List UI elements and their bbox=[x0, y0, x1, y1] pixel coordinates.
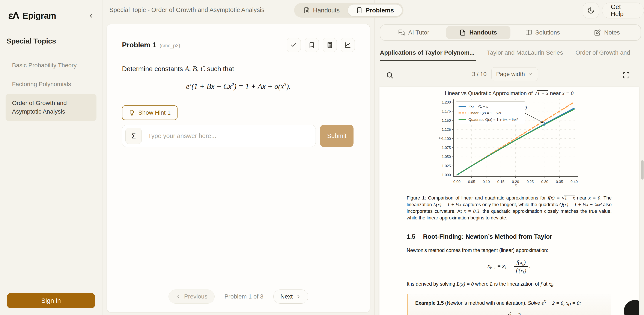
caption-math-run: x = 0 bbox=[588, 195, 600, 201]
doc-tab-taylor-applications[interactable]: Applications of Taylor Polynom... bbox=[380, 44, 474, 61]
pdf-fullscreen-button[interactable] bbox=[621, 70, 632, 81]
caption-text-run: captures only the tangent, while the qua… bbox=[462, 202, 559, 207]
bookmark-button[interactable] bbox=[305, 38, 319, 52]
caption-text-run: near bbox=[575, 195, 588, 201]
chevron-right-icon bbox=[296, 294, 301, 299]
caption-math-run: f(x) = bbox=[548, 195, 562, 201]
tab-handouts[interactable]: Handouts bbox=[446, 26, 511, 39]
problem-card-header: Problem 1 (cmc_p2) bbox=[122, 38, 355, 52]
problem-equation: ex(1 + Bx + Cx2) = 1 + Ax + o(x3). bbox=[122, 82, 355, 91]
sidebar: εΛ Epigram Special Topics Basic Probabil… bbox=[0, 0, 102, 315]
svg-text:0.35: 0.35 bbox=[556, 180, 563, 184]
tab-notes-label: Notes bbox=[604, 29, 620, 36]
open-book-icon bbox=[526, 29, 532, 36]
calculator-icon bbox=[326, 42, 333, 48]
zoom-mode-select[interactable]: Page width bbox=[491, 67, 538, 81]
answer-input[interactable] bbox=[122, 125, 316, 147]
figure-1-chart: Linear vs Quadratic Approximation of √1 … bbox=[437, 90, 581, 189]
sidebar-item-factoring-polynomials[interactable]: Factoring Polynomials bbox=[6, 75, 96, 94]
tab-problems-mode[interactable]: Problems bbox=[348, 4, 402, 16]
svg-text:1.050: 1.050 bbox=[442, 155, 451, 159]
caption-math-run: x = 0.3 bbox=[464, 209, 479, 214]
tab-handouts-mode[interactable]: Handouts bbox=[296, 4, 348, 16]
file-text-icon bbox=[304, 7, 310, 13]
statement-text: such that bbox=[205, 65, 234, 73]
panel-scrollbar-thumb[interactable] bbox=[641, 160, 644, 180]
card-spacer bbox=[122, 147, 355, 290]
svg-text:x: x bbox=[515, 183, 517, 187]
svg-text:y: y bbox=[437, 137, 442, 139]
section-heading: 1.5 Root-Finding: Newton’s Method from T… bbox=[407, 233, 612, 240]
svg-text:1.100: 1.100 bbox=[442, 137, 451, 141]
calculator-button[interactable] bbox=[323, 38, 337, 52]
doc-tab-taylor-maclaurin[interactable]: Taylor and MacLaurin Series bbox=[487, 44, 563, 61]
pdf-body: Figure 1: Comparison of linear and quadr… bbox=[380, 195, 639, 315]
epigram-logo-icon: εΛ bbox=[8, 9, 19, 22]
figure-caption: Figure 1: Comparison of linear and quadr… bbox=[407, 195, 612, 221]
svg-text:0.10: 0.10 bbox=[482, 180, 490, 184]
problem-title: Problem 1 bbox=[122, 41, 156, 49]
tab-ai-tutor[interactable]: AI Tutor bbox=[382, 26, 446, 39]
example-label: Example 1.5 bbox=[415, 300, 444, 306]
chart-icon bbox=[344, 42, 351, 48]
book-icon bbox=[356, 7, 362, 13]
chevron-down-icon bbox=[528, 72, 533, 77]
math-keyboard-button[interactable]: Σ bbox=[126, 128, 142, 144]
problem-card: Problem 1 (cmc_p2) bbox=[107, 24, 370, 313]
page-indicator: 3 / 10 bbox=[472, 71, 487, 78]
tab-solutions[interactable]: Solutions bbox=[510, 26, 575, 39]
sigma-icon: Σ bbox=[131, 132, 136, 140]
mode-tabs: Handouts Problems bbox=[294, 3, 404, 17]
sidebar-collapse-button[interactable] bbox=[86, 10, 96, 21]
previous-problem-button[interactable]: Previous bbox=[168, 290, 214, 304]
svg-text:1.075: 1.075 bbox=[442, 146, 451, 150]
show-hint-label: Show Hint 1 bbox=[138, 109, 171, 116]
main-column: Special Topic - Order of Growth and Asym… bbox=[102, 0, 374, 315]
get-help-button[interactable]: Get Help bbox=[602, 2, 644, 18]
brand-name: Epigram bbox=[22, 11, 56, 20]
problem-position: Problem 1 of 3 bbox=[224, 293, 264, 300]
mark-complete-button[interactable] bbox=[287, 38, 301, 52]
approximation-chart: 1.0001.0251.0501.0751.1001.1251.1501.175… bbox=[437, 96, 581, 189]
pdf-search-button[interactable] bbox=[384, 70, 395, 81]
topic-list: Basic Probability Theory Factoring Polyn… bbox=[0, 56, 102, 121]
newton-derivation-paragraph: It is derived by solving L(x) = 0 where … bbox=[407, 281, 612, 287]
moon-icon bbox=[587, 7, 594, 14]
handouts-panel: Get Help AI Tutor Handouts Solutions Not… bbox=[374, 0, 644, 315]
previous-label: Previous bbox=[184, 293, 208, 300]
zoom-mode-value: Page width bbox=[496, 71, 525, 78]
file-text-icon bbox=[460, 29, 466, 36]
stats-button[interactable] bbox=[341, 38, 355, 52]
pdf-page: Linear vs Quadratic Approximation of √1 … bbox=[380, 87, 639, 315]
svg-text:0.30: 0.30 bbox=[541, 180, 548, 184]
sidebar-item-order-of-growth[interactable]: Order of Growth and Asymptotic Analysis bbox=[6, 94, 96, 121]
svg-text:1.125: 1.125 bbox=[442, 127, 451, 132]
example-heading: Example 1.5 (Newton’s method with one it… bbox=[415, 300, 603, 306]
show-hint-button[interactable]: Show Hint 1 bbox=[122, 105, 178, 120]
chevron-left-icon bbox=[176, 294, 181, 299]
sidebar-item-basic-probability[interactable]: Basic Probability Theory bbox=[6, 56, 96, 75]
svg-text:f(x) = √1 + x: f(x) = √1 + x bbox=[468, 104, 488, 108]
svg-text:1.200: 1.200 bbox=[442, 100, 451, 104]
answer-shell: Σ bbox=[122, 125, 316, 147]
logo-row: εΛ Epigram bbox=[0, 0, 102, 22]
svg-text:1.175: 1.175 bbox=[442, 109, 451, 113]
document-tabs: Applications of Taylor Polynom... Taylor… bbox=[380, 44, 644, 61]
svg-text:Quadratic Q(x) = 1 + ½x − ⅛x²: Quadratic Q(x) = 1 + ½x − ⅛x² bbox=[468, 118, 518, 122]
tab-notes[interactable]: Notes bbox=[575, 26, 640, 39]
caption-math-run: 1 + x bbox=[564, 195, 575, 200]
check-icon bbox=[290, 41, 297, 48]
example-equation: x1 = 0 − e0 − 2e0 = 1. bbox=[415, 312, 603, 315]
submit-button[interactable]: Submit bbox=[320, 125, 354, 147]
answer-row: Σ Submit bbox=[122, 125, 355, 147]
page-title: Special Topic - Order of Growth and Asym… bbox=[109, 6, 264, 13]
pdf-toolbar: 3 / 10 Page width bbox=[374, 64, 644, 86]
problem-statement: Determine constants A, B, C such that bbox=[122, 65, 355, 73]
next-problem-button[interactable]: Next bbox=[273, 290, 308, 304]
svg-text:0.40: 0.40 bbox=[570, 180, 578, 184]
dark-mode-toggle[interactable] bbox=[583, 2, 599, 18]
doc-tab-order-of-growth[interactable]: Order of Growth and bbox=[576, 44, 630, 61]
tab-ai-tutor-label: AI Tutor bbox=[408, 29, 429, 36]
sign-in-button[interactable]: Sign in bbox=[7, 293, 95, 308]
caption-math-run: L(x) = 1 + ½x bbox=[433, 202, 462, 207]
